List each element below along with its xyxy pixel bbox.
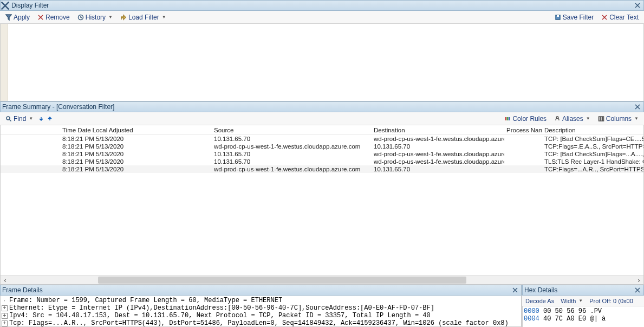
column-header-source[interactable]: Source	[212, 127, 372, 133]
save-filter-label: Save Filter	[563, 14, 594, 21]
cell: 10.131.65.70	[372, 143, 504, 150]
hex-offset: 0004	[524, 315, 539, 323]
svg-point-3	[6, 117, 10, 120]
filter-editor[interactable]	[0, 24, 644, 101]
hscrollbar[interactable]: ‹ ›	[1, 275, 643, 284]
nav-down-button[interactable]	[37, 115, 45, 123]
cell: wd-prod-cp-us-west-1-fe.westus.cloudapp.…	[372, 158, 504, 165]
save-filter-button[interactable]: Save Filter	[551, 12, 597, 23]
cell: 8:18:21 PM 5/13/2020	[60, 151, 212, 157]
columns-label: Columns	[606, 115, 632, 123]
cell: 10.131.65.70	[212, 151, 372, 157]
svg-rect-2	[557, 15, 559, 17]
frame-details-tree[interactable]: · Frame: Number = 1599, Captured Frame L…	[0, 296, 522, 327]
hex-offset: 0000	[524, 307, 539, 315]
cell: wd-prod-cp-us-west-1-fe.westus.cloudapp.…	[212, 143, 372, 150]
hex-bytes: 00 50 56 96	[539, 307, 590, 315]
svg-rect-6	[509, 117, 510, 120]
filter-gutter	[1, 24, 8, 101]
find-button[interactable]: Find ▼	[2, 113, 36, 124]
table-row[interactable]: 8:18:21 PM 5/13/202010.131.65.70wd-prod-…	[1, 135, 643, 143]
prot-off-label: Prot Off: 0 (0x00	[589, 298, 633, 304]
table-row[interactable]: 8:18:21 PM 5/13/2020wd-prod-cp-us-west-1…	[1, 165, 643, 173]
tree-text: Ipv4: Src = 104.40.17.153, Dest = 10.131…	[9, 312, 431, 319]
history-label: History	[86, 14, 106, 21]
cell: 8:18:21 PM 5/13/2020	[60, 143, 212, 150]
tree-line[interactable]: +Ipv4: Src = 104.40.17.153, Dest = 10.13…	[2, 312, 520, 319]
cell: TCP: [Bad CheckSum]Flags=...A....,	[542, 151, 643, 157]
tree-text: Ethernet: Etype = Internet IP (IPv4),Des…	[9, 304, 434, 312]
rows-container: 8:18:21 PM 5/13/202010.131.65.70wd-prod-…	[1, 135, 643, 275]
scroll-thumb[interactable]	[98, 277, 466, 284]
scroll-left-icon[interactable]: ‹	[1, 275, 10, 285]
hex-toolbar: Decode As Width ▼ Prot Off: 0 (0x00	[522, 296, 644, 306]
remove-button[interactable]: Remove	[34, 12, 73, 23]
close-icon-outer[interactable]	[0, 0, 10, 11]
apply-button[interactable]: Apply	[2, 12, 33, 23]
color-rules-button[interactable]: Color Rules	[501, 113, 550, 124]
chevron-down-icon: ▼	[586, 116, 590, 121]
columns-button[interactable]: Columns ▼	[595, 113, 642, 124]
prot-off-button[interactable]: Prot Off: 0 (0x00	[587, 297, 635, 305]
close-icon[interactable]	[633, 286, 642, 294]
svg-rect-8	[599, 117, 600, 121]
expand-icon[interactable]: +	[2, 320, 8, 326]
frame-details-title: Frame Details	[2, 286, 511, 294]
color-rules-label: Color Rules	[512, 115, 547, 123]
hex-details-title: Hex Details	[524, 286, 633, 294]
decode-as-label: Decode As	[525, 298, 554, 304]
expand-icon[interactable]: +	[2, 313, 8, 319]
display-filter-toolbar: Apply Remove History ▼ Load Filter ▼ Sav…	[0, 11, 644, 24]
cell: wd-prod-cp-us-west-1-fe.westus.cloudapp.…	[372, 136, 504, 142]
svg-point-7	[556, 116, 558, 118]
width-button[interactable]: Width ▼	[558, 297, 585, 305]
clear-text-button[interactable]: Clear Text	[598, 12, 642, 23]
scroll-right-icon[interactable]: ›	[634, 275, 643, 285]
cell: TCP: [Bad CheckSum]Flags=CE....S.,	[542, 136, 643, 142]
aliases-button[interactable]: Aliases ▼	[551, 113, 594, 124]
svg-rect-4	[505, 117, 506, 120]
close-icon[interactable]	[633, 1, 642, 10]
hex-ascii: .PV	[590, 307, 602, 315]
close-icon[interactable]	[511, 286, 519, 294]
clear-text-label: Clear Text	[609, 14, 639, 21]
aliases-label: Aliases	[562, 115, 583, 123]
column-header-destination[interactable]: Destination	[372, 127, 504, 133]
hex-body[interactable]: 0000 00 50 56 96 .PV0004 40 7C A0 E0 @| …	[522, 306, 644, 327]
find-label: Find	[14, 115, 26, 123]
cell: 10.131.65.70	[212, 158, 372, 165]
load-filter-button[interactable]: Load Filter ▼	[117, 12, 170, 23]
close-icon[interactable]	[633, 102, 642, 111]
column-header-time[interactable]: Time Date Local Adjusted	[60, 127, 212, 133]
tree-line[interactable]: +Tcp: Flags=...A.R.., SrcPort=HTTPS(443)…	[2, 319, 520, 327]
chevron-down-icon: ▼	[578, 298, 583, 303]
tree-line[interactable]: +Ethernet: Etype = Internet IP (IPv4),De…	[2, 304, 520, 312]
hex-bytes: 40 7C A0 E0	[539, 315, 590, 323]
expand-icon[interactable]: +	[2, 305, 8, 311]
cell: 10.131.65.70	[212, 136, 372, 142]
decode-as-button[interactable]: Decode As	[523, 297, 556, 305]
hex-line: 0000 00 50 56 96 .PV	[524, 307, 643, 315]
chevron-down-icon: ▼	[108, 15, 113, 20]
leaf-icon: ·	[2, 297, 8, 304]
table-row[interactable]: 8:18:21 PM 5/13/202010.131.65.70wd-prod-…	[1, 150, 643, 158]
cell: 10.131.65.70	[372, 166, 504, 172]
nav-up-button[interactable]	[46, 115, 54, 123]
history-button[interactable]: History ▼	[74, 12, 116, 23]
column-header-description[interactable]: Description	[542, 127, 643, 133]
frame-summary-toolbar: Find ▼ Color Rules Aliases ▼ Columns ▼	[0, 112, 644, 125]
width-label: Width	[561, 298, 576, 304]
cell: TCP:Flags=...A.R.., SrcPort=HTTPS(4	[542, 166, 643, 172]
column-header-process[interactable]: Process Name	[504, 127, 542, 133]
hex-details-header: Hex Details	[522, 285, 644, 296]
frame-summary-header: Frame Summary - [Conversation Filter]	[0, 101, 644, 112]
tree-line[interactable]: · Frame: Number = 1599, Captured Frame L…	[2, 297, 520, 304]
svg-rect-9	[601, 117, 602, 121]
chevron-down-icon: ▼	[162, 15, 166, 20]
display-filter-header: Display Filter	[10, 0, 644, 11]
hex-line: 0004 40 7C A0 E0 @| à	[524, 315, 643, 323]
cell: 8:18:21 PM 5/13/2020	[60, 166, 212, 172]
table-row[interactable]: 8:18:21 PM 5/13/202010.131.65.70wd-prod-…	[1, 158, 643, 165]
table-row[interactable]: 8:18:21 PM 5/13/2020wd-prod-cp-us-west-1…	[1, 143, 643, 150]
chevron-down-icon: ▼	[29, 116, 33, 121]
